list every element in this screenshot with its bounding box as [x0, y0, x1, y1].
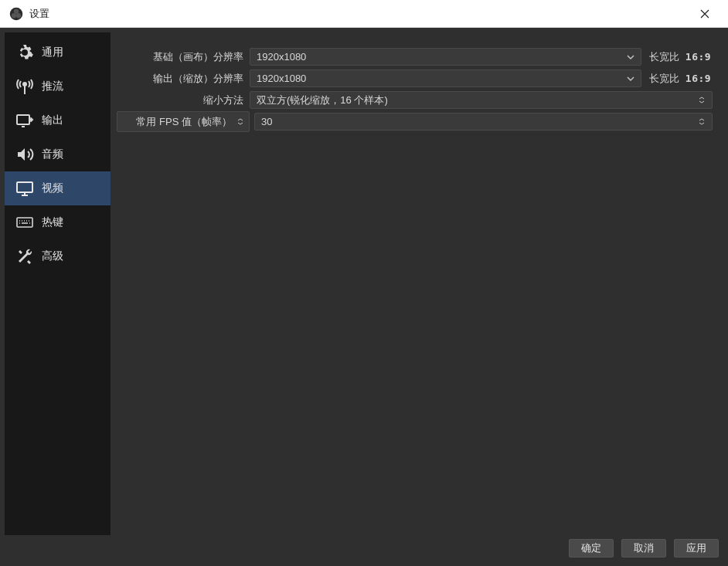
scale-method-label: 缩小方法 [117, 90, 250, 110]
fps-value-combo[interactable]: 30 [254, 113, 713, 130]
window-title: 设置 [29, 7, 49, 21]
base-aspect-label: 长宽比 16:9 [641, 50, 713, 64]
close-icon [700, 9, 709, 19]
body: 通用 推流 [5, 32, 723, 535]
output-aspect-label: 长宽比 16:9 [641, 72, 713, 86]
sidebar-item-audio[interactable]: 音频 [5, 137, 111, 171]
sidebar-item-hotkeys[interactable]: 热键 [5, 205, 111, 239]
monitor-icon [15, 179, 34, 198]
output-resolution-row: 输出（缩放）分辨率 1920x1080 长宽比 16:9 [117, 68, 713, 89]
sidebar-item-stream[interactable]: 推流 [5, 69, 111, 103]
spinner-arrows-icon [696, 118, 707, 125]
fps-type-label: 常用 FPS 值（帧率） [136, 115, 232, 129]
chevron-down-icon [625, 55, 636, 59]
output-resolution-label: 输出（缩放）分辨率 [117, 68, 250, 89]
output-resolution-combo[interactable]: 1920x1080 [250, 69, 641, 87]
sidebar-item-output[interactable]: 输出 [5, 103, 111, 137]
sidebar: 通用 推流 [5, 32, 111, 535]
base-resolution-label: 基础（画布）分辨率 [117, 46, 250, 67]
sidebar-item-label: 高级 [42, 249, 63, 263]
app-icon [9, 7, 23, 21]
sidebar-item-label: 视频 [42, 181, 63, 195]
sidebar-item-label: 热键 [42, 215, 63, 229]
svg-rect-5 [17, 115, 29, 124]
chevron-down-icon [625, 76, 636, 81]
combo-value: 双立方(锐化缩放，16 个样本) [257, 93, 696, 107]
gear-icon [15, 43, 34, 62]
spinner-arrows-icon [235, 118, 246, 125]
svg-rect-7 [17, 218, 32, 227]
base-resolution-row: 基础（画布）分辨率 1920x1080 长宽比 16:9 [117, 46, 713, 67]
svg-point-2 [12, 13, 16, 18]
content-panel: 基础（画布）分辨率 1920x1080 长宽比 16:9 输出（缩放）分辨率 [117, 32, 723, 535]
svg-rect-6 [17, 182, 32, 192]
apply-button[interactable]: 应用 [674, 539, 719, 558]
client-area: 通用 推流 [0, 28, 728, 566]
svg-point-1 [14, 8, 19, 13]
svg-point-4 [23, 83, 26, 86]
base-resolution-combo[interactable]: 1920x1080 [250, 48, 641, 66]
sidebar-item-label: 输出 [42, 114, 63, 127]
output-icon [15, 111, 34, 130]
sidebar-item-label: 推流 [42, 80, 63, 93]
ok-button[interactable]: 确定 [569, 539, 614, 558]
combo-value: 1920x1080 [257, 51, 625, 63]
close-button[interactable] [689, 2, 720, 26]
titlebar: 设置 [0, 0, 728, 28]
tools-icon [15, 247, 34, 266]
sidebar-item-general[interactable]: 通用 [5, 36, 111, 69]
sidebar-item-advanced[interactable]: 高级 [5, 239, 111, 273]
audio-icon [15, 145, 34, 164]
sidebar-item-video[interactable]: 视频 [5, 171, 111, 205]
footer: 确定 取消 应用 [5, 535, 723, 561]
spinner-arrows-icon [696, 97, 707, 103]
cancel-button[interactable]: 取消 [621, 539, 666, 558]
scale-method-row: 缩小方法 双立方(锐化缩放，16 个样本) [117, 90, 713, 110]
fps-type-selector[interactable]: 常用 FPS 值（帧率） [117, 111, 250, 132]
combo-value: 30 [261, 116, 696, 127]
scale-method-combo[interactable]: 双立方(锐化缩放，16 个样本) [250, 91, 713, 109]
svg-point-3 [16, 13, 21, 18]
keyboard-icon [15, 213, 34, 232]
antenna-icon [15, 77, 34, 96]
sidebar-item-label: 通用 [42, 46, 63, 59]
combo-value: 1920x1080 [257, 73, 625, 84]
sidebar-item-label: 音频 [42, 147, 63, 161]
fps-row: 常用 FPS 值（帧率） 30 [117, 111, 713, 132]
settings-window: 设置 通用 [0, 0, 728, 566]
